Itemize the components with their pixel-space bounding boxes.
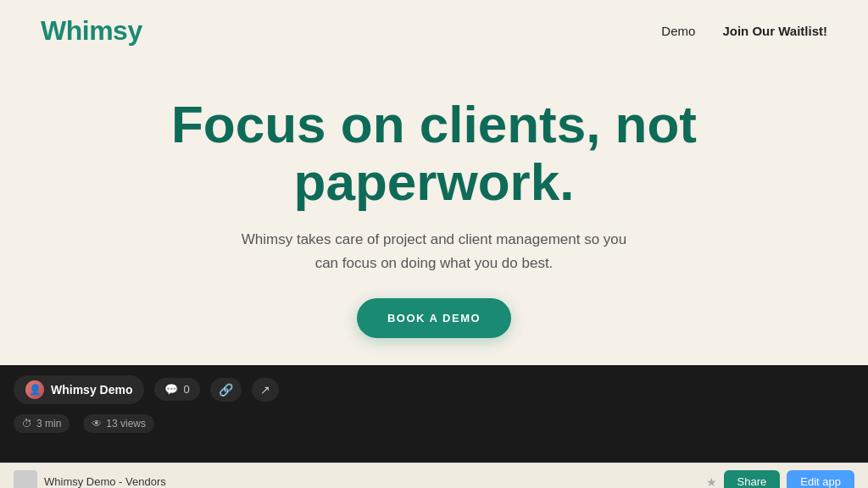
bottom-bar-actions: Share Edit app [724,470,854,488]
video-title-badge[interactable]: 👤 Whimsy Demo [14,375,144,404]
hero-section: Focus on clients, not paperwork. Whimsy … [0,62,868,365]
avatar-icon: 👤 [29,384,42,396]
video-meta: ⏱ 3 min 👁 13 views [0,414,868,433]
link-icon: 🔗 [219,383,233,396]
app-icon [14,470,37,488]
nav-waitlist-link[interactable]: Join Our Waitlist! [722,24,827,38]
nav: Demo Join Our Waitlist! [661,24,827,38]
external-link-button[interactable]: ↗ [252,378,279,402]
video-views: 👁 13 views [83,414,154,433]
bottom-bar-title: Whimsy Demo - Vendors [44,475,696,488]
nav-demo-link[interactable]: Demo [661,24,695,38]
star-icon: ★ [706,475,717,488]
views-text: 13 views [106,418,146,430]
video-duration: ⏱ 3 min [14,414,70,433]
video-title-text: Whimsy Demo [51,383,132,396]
hero-subtitle: Whimsy takes care of project and client … [231,228,637,274]
bottom-bar: Whimsy Demo - Vendors ★ Share Edit app [0,463,868,488]
comment-button[interactable]: 💬 0 [154,378,199,401]
header: Whimsy Demo Join Our Waitlist! [0,0,868,62]
book-demo-button[interactable]: BOOK A DEMO [357,298,511,338]
comment-count: 0 [183,383,189,396]
edit-app-button[interactable]: Edit app [787,470,854,488]
avatar: 👤 [25,380,44,399]
eye-icon: 👁 [92,418,102,430]
clock-icon: ⏱ [22,418,32,430]
share-button[interactable]: Share [724,470,781,488]
duration-text: 3 min [36,418,61,430]
external-icon: ↗ [260,383,270,396]
link-button[interactable]: 🔗 [210,378,242,402]
logo: Whimsy [41,15,142,47]
hero-title: Focus on clients, not paperwork. [137,96,731,211]
comment-icon: 💬 [164,383,178,396]
video-section: 👤 Whimsy Demo 💬 0 🔗 ↗ ⏱ 3 min 👁 13 views… [0,365,868,488]
video-toolbar: 👤 Whimsy Demo 💬 0 🔗 ↗ [0,365,868,414]
